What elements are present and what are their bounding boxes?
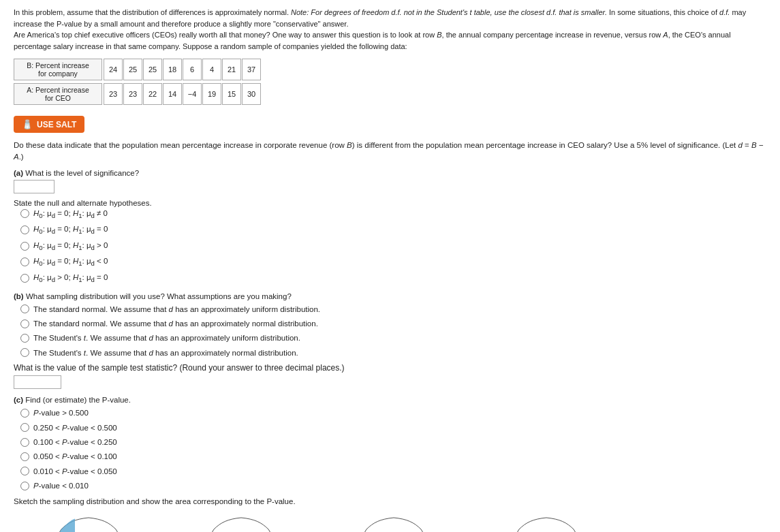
pvalue-option-3[interactable]: 0.100 < P-value < 0.250: [20, 436, 766, 448]
cell-a-8: 30: [242, 83, 261, 105]
pvalue-option-5[interactable]: 0.010 < P-value < 0.050: [20, 465, 766, 478]
pvalue-radio-group: P-value > 0.500 0.250 < P-value < 0.500 …: [20, 407, 766, 492]
pvalue-radio-6[interactable]: [20, 482, 29, 490]
main-question: Do these data indicate that the populati…: [14, 140, 766, 163]
sampling-option-2[interactable]: The standard normal. We assume that d ha…: [20, 317, 766, 330]
intro-para1: In this problem, assume that the distrib…: [14, 8, 746, 28]
hypothesis-option-1[interactable]: H0: μd = 0; H1: μd ≠ 0: [20, 207, 766, 221]
cell-a-7: 15: [222, 83, 241, 105]
intro-para2: Are America's top chief executive office…: [14, 31, 731, 50]
salt-icon: 🧂: [22, 119, 33, 129]
sampling-option-1[interactable]: The standard normal. We assume that d ha…: [20, 303, 766, 315]
hypothesis-radio-1[interactable]: [20, 209, 29, 218]
part-a-label: (a) What is the level of significance?: [14, 169, 766, 177]
pvalue-text-2: 0.250 < P-value < 0.500: [33, 422, 117, 434]
part-a-question: What is the level of significance?: [25, 169, 139, 177]
dist-2-container: -4 -2 0 2 4: [166, 512, 316, 532]
use-salt-button[interactable]: 🧂 USE SALT: [14, 116, 84, 133]
svg-rect-1: [102, 512, 163, 532]
hypothesis-radio-2[interactable]: [20, 225, 29, 234]
hypothesis-text-1: H0: μd = 0; H1: μd ≠ 0: [33, 207, 108, 221]
sampling-radio-2[interactable]: [20, 319, 29, 328]
hypothesis-text-3: H0: μd = 0; H1: μd > 0: [33, 239, 108, 253]
row-a-label: A: Percent increasefor CEO: [14, 83, 102, 105]
hypothesis-radio-4[interactable]: [20, 257, 29, 266]
sampling-option-4[interactable]: The Student's t. We assume that d has an…: [20, 347, 766, 359]
part-b-question: What sampling distribution will you use?…: [26, 292, 292, 300]
cell-b-8: 37: [242, 59, 261, 80]
intro-text: In this problem, assume that the distrib…: [14, 7, 766, 52]
row-a: A: Percent increasefor CEO 23 23 22 14 −…: [14, 83, 766, 105]
sampling-radio-1[interactable]: [20, 304, 29, 313]
pvalue-option-6[interactable]: P-value < 0.010: [20, 480, 766, 492]
sampling-radio-group: The standard normal. We assume that d ha…: [20, 303, 766, 360]
part-b-label: (b) What sampling distribution will you …: [14, 292, 766, 300]
distributions-row: -4 -2 0 2 4: [14, 512, 766, 532]
pvalue-radio-2[interactable]: [20, 423, 29, 432]
sampling-radio-4[interactable]: [20, 348, 29, 357]
sampling-text-3: The Student's t. We assume that d has an…: [33, 332, 300, 344]
hypothesis-text-5: H0: μd > 0; H1: μd = 0: [33, 271, 108, 285]
sampling-text-1: The standard normal. We assume that d ha…: [33, 303, 320, 315]
dist-1-container: -4 -2 0 2 4: [14, 512, 163, 532]
hypothesis-text-4: H0: μd = 0; H1: μd < 0: [33, 255, 108, 269]
sampling-text-4: The Student's t. We assume that d has an…: [33, 347, 298, 359]
sampling-text-2: The standard normal. We assume that d ha…: [33, 317, 318, 330]
row-b: B: Percent increasefor company 24 25 25 …: [14, 59, 766, 80]
significance-input[interactable]: [14, 180, 54, 193]
cell-b-4: 18: [163, 59, 182, 80]
test-stat-label: What is the value of the sample test sta…: [14, 363, 766, 373]
dist-2-svg: -4 -2 0 2 4: [166, 512, 316, 532]
hypothesis-section: State the null and alternate hypotheses.…: [14, 199, 766, 285]
hypothesis-option-4[interactable]: H0: μd = 0; H1: μd < 0: [20, 255, 766, 269]
part-b: (b) What sampling distribution will you …: [14, 292, 766, 390]
cell-b-1: 24: [104, 59, 123, 80]
dist-3-svg: -4 -2 0 2 4: [319, 512, 469, 532]
pvalue-radio-5[interactable]: [20, 467, 29, 475]
hypothesis-option-3[interactable]: H0: μd = 0; H1: μd > 0: [20, 239, 766, 253]
pvalue-text-6: P-value < 0.010: [33, 480, 89, 492]
cell-b-7: 21: [222, 59, 241, 80]
use-salt-label: USE SALT: [37, 120, 76, 129]
pvalue-option-1[interactable]: P-value > 0.500: [20, 407, 766, 419]
part-c-label: (c) Find (or estimate) the P-value.: [14, 396, 766, 404]
dist-3-container: -4 -2 0 2 4: [319, 512, 469, 532]
test-stat-input[interactable]: [14, 375, 61, 389]
data-table: B: Percent increasefor company 24 25 25 …: [14, 59, 766, 105]
row-a-cells: 23 23 22 14 −4 19 15 30: [104, 83, 262, 105]
state-null-label: State the null and alternate hypotheses.: [14, 199, 766, 207]
cell-a-6: 19: [202, 83, 221, 105]
pvalue-radio-4[interactable]: [20, 452, 29, 461]
pvalue-radio-3[interactable]: [20, 438, 29, 447]
sampling-option-3[interactable]: The Student's t. We assume that d has an…: [20, 332, 766, 344]
dist-4-svg: -4 -2 0 2 4: [471, 512, 621, 532]
pvalue-option-2[interactable]: 0.250 < P-value < 0.500: [20, 422, 766, 434]
hypothesis-radio-5[interactable]: [20, 274, 29, 283]
dist-1-svg: -4 -2 0 2 4: [14, 512, 163, 532]
hypothesis-radio-3[interactable]: [20, 242, 29, 251]
hypothesis-option-5[interactable]: H0: μd > 0; H1: μd = 0: [20, 271, 766, 285]
part-c: (c) Find (or estimate) the P-value. P-va…: [14, 396, 766, 532]
hypothesis-radio-group: H0: μd = 0; H1: μd ≠ 0 H0: μd = 0; H1: μ…: [20, 207, 766, 285]
dist-4-container: -4 -2 0 2 4: [471, 512, 621, 532]
cell-a-2: 23: [123, 83, 142, 105]
cell-a-1: 23: [104, 83, 123, 105]
cell-a-5: −4: [183, 83, 202, 105]
cell-a-4: 14: [163, 83, 182, 105]
cell-a-3: 22: [143, 83, 162, 105]
cell-b-3: 25: [143, 59, 162, 80]
pvalue-text-3: 0.100 < P-value < 0.250: [33, 436, 117, 448]
pvalue-radio-1[interactable]: [20, 409, 29, 418]
cell-b-5: 6: [183, 59, 202, 80]
pvalue-option-4[interactable]: 0.050 < P-value < 0.100: [20, 450, 766, 463]
cell-b-2: 25: [123, 59, 142, 80]
sketch-label: Sketch the sampling distribution and sho…: [14, 497, 766, 505]
row-b-label: B: Percent increasefor company: [14, 59, 102, 80]
hypothesis-text-2: H0: μd = 0; H1: μd = 0: [33, 223, 108, 237]
part-a: (a) What is the level of significance? S…: [14, 169, 766, 285]
row-b-cells: 24 25 25 18 6 4 21 37: [104, 59, 262, 80]
pvalue-text-4: 0.050 < P-value < 0.100: [33, 450, 117, 463]
hypothesis-option-2[interactable]: H0: μd = 0; H1: μd = 0: [20, 223, 766, 237]
sampling-radio-3[interactable]: [20, 334, 29, 343]
pvalue-text-1: P-value > 0.500: [33, 407, 89, 419]
